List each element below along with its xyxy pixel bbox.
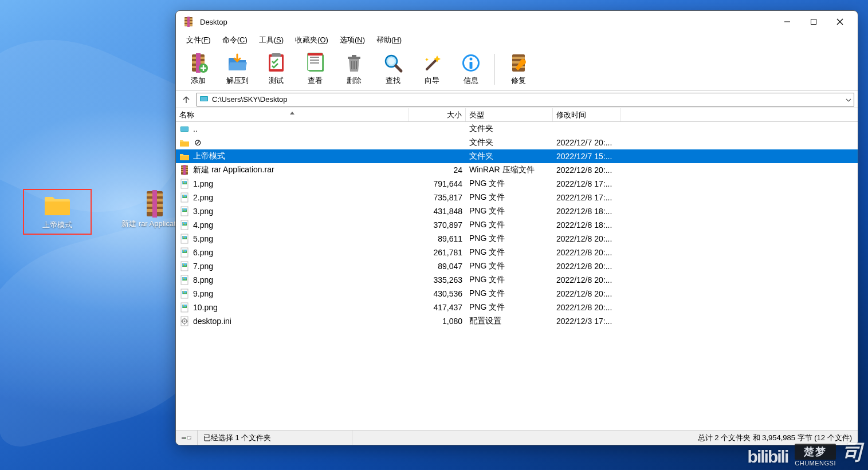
- path-combobox[interactable]: C:\Users\SKY\Desktop: [197, 93, 854, 106]
- toolbar-test-button[interactable]: 测试: [257, 49, 295, 89]
- rar-icon: [140, 192, 169, 215]
- status-disk-icon[interactable]: [176, 430, 198, 445]
- toolbar-add-button[interactable]: 添加: [179, 49, 217, 89]
- file-row[interactable]: ⊘文件夹2022/12/7 20:...: [176, 136, 858, 149]
- desktop-icon-folder[interactable]: 上帝模式: [23, 189, 92, 235]
- toolbar-wizard-button[interactable]: 向导: [413, 49, 451, 89]
- file-list[interactable]: ..文件夹⊘文件夹2022/12/7 20:...上帝模式文件夹2022/12/…: [176, 122, 858, 430]
- file-name: 6.png: [193, 248, 213, 257]
- column-type[interactable]: 类型: [466, 108, 553, 121]
- file-row[interactable]: 5.png89,611PNG 文件2022/12/8 20:...: [176, 232, 858, 246]
- file-name: 7.png: [193, 262, 213, 271]
- svg-point-64: [183, 209, 184, 210]
- toolbar-delete-button[interactable]: 删除: [335, 49, 373, 89]
- file-date: 2022/12/8 18:...: [553, 220, 620, 230]
- file-row[interactable]: 7.png89,047PNG 文件2022/12/8 20:...: [176, 259, 858, 273]
- toolbar-view-button[interactable]: 查看: [296, 49, 334, 89]
- file-date: 2022/12/8 17:...: [553, 179, 620, 188]
- menu-item[interactable]: 文件(F): [180, 34, 217, 46]
- png-icon: [179, 192, 190, 203]
- toolbar-label: 查找: [386, 76, 400, 86]
- file-name: 3.png: [193, 207, 213, 216]
- file-type: PNG 文件: [466, 192, 553, 203]
- file-name: 2.png: [193, 193, 213, 202]
- toolbar-extract-button[interactable]: 解压到: [218, 49, 256, 89]
- svg-point-36: [388, 58, 395, 65]
- svg-rect-31: [352, 55, 356, 57]
- file-type: PNG 文件: [466, 206, 553, 216]
- file-size: 1,080: [409, 317, 466, 326]
- png-icon: [179, 247, 190, 258]
- toolbar-find-button[interactable]: 查找: [374, 49, 412, 89]
- window-title: Desktop: [200, 18, 774, 26]
- up-button[interactable]: [179, 93, 193, 106]
- menu-item[interactable]: 选项(N): [334, 34, 371, 46]
- file-type: 文件夹: [466, 137, 553, 148]
- file-row[interactable]: 新建 rar Application.rar24WinRAR 压缩文件2022/…: [176, 163, 858, 177]
- file-row[interactable]: 2.png735,817PNG 文件2022/12/8 17:...: [176, 191, 858, 204]
- file-name: 8.png: [193, 275, 213, 285]
- icon-label: 上帝模式: [42, 220, 72, 230]
- menu-item[interactable]: 工具(S): [253, 34, 289, 46]
- svg-point-79: [183, 278, 184, 279]
- file-row[interactable]: 3.png431,848PNG 文件2022/12/8 18:...: [176, 204, 858, 218]
- file-type: PNG 文件: [466, 261, 553, 271]
- toolbar-info-button[interactable]: 信息: [452, 49, 490, 89]
- drive-icon: [199, 94, 209, 104]
- minimize-button[interactable]: [774, 13, 800, 31]
- chumeng-logo: 楚梦 CHUMENGSI: [795, 444, 836, 467]
- file-type: 配置设置: [466, 316, 553, 326]
- file-row[interactable]: 10.png417,437PNG 文件2022/12/8 20:...: [176, 301, 858, 314]
- png-icon: [179, 275, 190, 285]
- svg-point-76: [183, 264, 184, 265]
- svg-rect-10: [187, 17, 190, 27]
- column-name[interactable]: 名称: [176, 108, 409, 121]
- png-icon: [179, 220, 190, 230]
- file-row[interactable]: ..文件夹: [176, 122, 858, 136]
- toolbar-repair-button[interactable]: 修复: [500, 49, 537, 89]
- titlebar[interactable]: Desktop: [176, 11, 858, 33]
- close-button[interactable]: [827, 13, 853, 31]
- file-row[interactable]: 8.png335,263PNG 文件2022/12/8 20:...: [176, 273, 858, 287]
- maximize-button[interactable]: [800, 13, 827, 31]
- folder-icon: [179, 151, 190, 161]
- png-icon: [179, 261, 190, 271]
- file-type: PNG 文件: [466, 234, 553, 244]
- pathbar: C:\Users\SKY\Desktop: [176, 91, 858, 108]
- add-icon: [187, 52, 209, 74]
- svg-rect-48: [201, 97, 207, 101]
- file-row[interactable]: 6.png261,781PNG 文件2022/12/8 20:...: [176, 246, 858, 259]
- svg-point-61: [183, 195, 184, 196]
- svg-point-70: [183, 236, 184, 238]
- file-name: ⊘: [193, 137, 202, 148]
- svg-point-67: [183, 223, 184, 224]
- png-icon: [179, 206, 190, 216]
- svg-rect-5: [152, 190, 157, 218]
- column-date[interactable]: 修改时间: [553, 108, 620, 121]
- file-date: 2022/12/8 20:...: [553, 234, 620, 243]
- file-size: 335,263: [409, 275, 466, 285]
- find-icon: [382, 52, 404, 74]
- png-icon: [179, 289, 190, 299]
- svg-point-85: [183, 305, 184, 306]
- repair-icon: [508, 52, 529, 74]
- column-size[interactable]: 大小: [409, 108, 466, 121]
- file-row[interactable]: 4.png370,897PNG 文件2022/12/8 18:...: [176, 218, 858, 232]
- toolbar-separator: [494, 54, 495, 85]
- toolbar-label: 测试: [269, 76, 284, 86]
- file-size: 791,644: [409, 179, 466, 188]
- menu-item[interactable]: 帮助(H): [371, 34, 407, 46]
- svg-rect-23: [272, 53, 281, 57]
- png-icon: [179, 234, 190, 244]
- toolbar-label: 信息: [464, 76, 478, 86]
- svg-rect-50: [181, 127, 188, 131]
- file-date: 2022/12/7 20:...: [553, 138, 620, 147]
- file-row[interactable]: 1.png791,644PNG 文件2022/12/8 17:...: [176, 177, 858, 191]
- menu-item[interactable]: 命令(C): [217, 34, 253, 46]
- path-dropdown-icon[interactable]: [846, 95, 851, 104]
- file-row[interactable]: 9.png430,536PNG 文件2022/12/8 20:...: [176, 287, 858, 301]
- file-row[interactable]: desktop.ini1,080配置设置2022/12/3 17:...: [176, 314, 858, 328]
- menu-item[interactable]: 收藏夹(O): [289, 34, 334, 46]
- toolbar-label: 修复: [511, 76, 526, 86]
- file-row[interactable]: 上帝模式文件夹2022/12/7 15:...: [176, 149, 858, 163]
